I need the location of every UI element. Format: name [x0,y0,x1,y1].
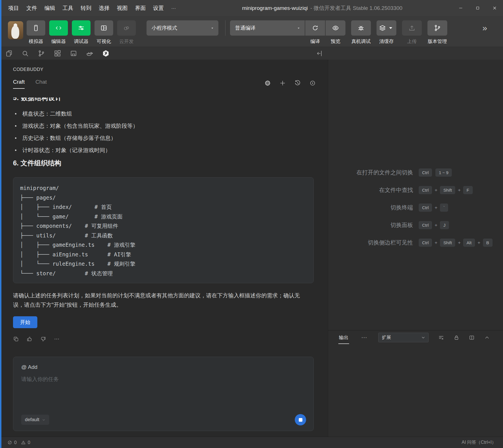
focus-icon[interactable] [309,80,316,86]
toolbar-button-debugger[interactable]: 调试器 [72,20,91,45]
history-icon[interactable] [294,80,301,86]
toolbar-action-version-control[interactable]: 版本管理 [427,20,447,45]
menu-item[interactable]: 设置 [149,3,167,13]
menu-item[interactable]: 视图 [113,3,131,13]
toolbar-button-visualizer[interactable]: 可视化 [94,20,113,45]
menu-item[interactable]: 项目 [5,3,23,13]
menu-item[interactable]: 工具 [59,3,77,13]
key-badge: Shift [440,239,455,247]
menu-item[interactable]: … [167,3,180,13]
shortcut-keys: Ctrl1 ~ 9 [419,168,452,177]
stop-generation-button[interactable] [295,414,306,425]
shortcut-separator: + [432,205,440,211]
list-item-text: 历史记录：数组（存储每步落子信息） [22,135,116,141]
shortcut-keys: Ctrl+Shift+F [419,186,473,194]
bullet-dot [15,137,16,139]
tab-craft[interactable]: Craft [13,79,25,89]
menu-item[interactable]: 转到 [77,3,95,13]
files-icon[interactable] [5,50,13,57]
shortcut-separator: + [432,222,440,228]
docker-icon[interactable] [86,50,93,57]
mode-select[interactable]: 小程序模式 [147,20,218,36]
key-badge: Ctrl [419,221,432,229]
heading-file-structure: 6. 文件组织结构 [13,159,314,168]
key-badge: Ctrl [419,204,432,212]
list-item: 棋盘状态：二维数组 [13,110,314,117]
menu-item[interactable]: 选择 [95,3,113,13]
source-control-icon[interactable] [38,50,45,57]
key-badge: B [483,239,493,247]
bug-icon [357,24,365,32]
lock-icon[interactable] [453,335,459,341]
key-badge: ` [440,204,448,212]
more-dots-icon[interactable] [54,336,60,342]
toolbar-action-compile[interactable]: 编译 [305,20,325,45]
window-controls [452,0,503,16]
visualizer-button-face [94,20,113,36]
extensions-icon[interactable] [54,50,61,57]
clear-cache-button-face [377,20,396,36]
warning-icon [21,440,26,445]
version-control-button-face [427,20,447,36]
model-select[interactable]: default [21,415,49,425]
thumbs-down-icon[interactable] [40,336,46,342]
output-panel: 输出 ⋯ 扩展 [328,330,503,437]
thumbs-up-icon[interactable] [27,336,33,342]
toolbar-overflow-button[interactable]: » [482,24,487,32]
view-buttons-group: 模拟器编辑器调试器可视化云开发 [23,20,136,45]
chevron-up-icon[interactable] [484,335,490,341]
start-button[interactable]: 开始 [13,316,37,328]
compile-mode-select[interactable]: 普通编译 [230,20,305,36]
more-tabs-icon[interactable]: ⋯ [361,334,367,341]
editor-area: 在打开的文件之间切换Ctrl1 ~ 9在文件中查找Ctrl+Shift+F切换终… [328,60,503,437]
problems-summary[interactable]: 0 0 [7,440,33,445]
tab-chat[interactable]: Chat [35,79,47,89]
plus-icon[interactable] [279,80,286,86]
menu-item[interactable]: 界面 [131,3,149,13]
menu-item[interactable]: 文件 [23,3,41,13]
tab-output[interactable]: 输出 [338,331,349,344]
maximize-button[interactable] [469,0,486,16]
toolbar-action-preview[interactable]: 预览 [326,20,345,45]
toolbar-button-simulator[interactable]: 模拟器 [27,20,45,45]
list-item: 游戏状态：对象（包含当前玩家、游戏阶段等） [13,122,314,129]
output-channel-value: 扩展 [382,335,391,341]
remote-icon[interactable] [70,50,77,57]
codebuddy-logo-icon[interactable] [102,50,109,57]
scrolled-heading: 5. 数据结构设计 [13,98,314,105]
device-debug-button-face [351,20,371,36]
toolbar-action-clear-cache[interactable]: 清缓存 [377,20,396,45]
cloud-icon [123,24,130,32]
copy-icon[interactable] [13,336,19,342]
refresh-icon [311,24,319,32]
menu-item[interactable]: 编辑 [41,3,59,13]
error-icon [7,440,12,445]
collapse-panel-icon[interactable] [316,50,324,57]
clear-output-icon[interactable] [438,335,444,341]
minimize-button[interactable] [452,0,469,16]
shortcut-row: 切换侧边栏可见性Ctrl+Shift+Alt+B [328,238,487,248]
ai-qa-statusbar-item[interactable]: AI 问答（Ctrl+I） [462,440,496,445]
close-button[interactable] [486,0,503,16]
toolbar-button-label: 调试器 [74,38,89,45]
split-editor-icon[interactable] [469,335,475,341]
shortcut-label: 在打开的文件之间切换 [328,169,413,176]
shortcut-separator: + [432,187,440,193]
caret-down-icon [296,26,301,30]
search-icon[interactable] [22,50,29,57]
shortcut-row: 切换面板Ctrl+J [328,220,487,230]
task-input-box[interactable]: @ Add 请输入你的任务 default [13,357,314,431]
list-item-text: 游戏状态：对象（包含当前玩家、游戏阶段等） [22,122,138,129]
key-badge: Ctrl [419,239,432,247]
output-panel-icons [438,335,490,341]
toolbar-button-cloud-dev[interactable]: 云开发 [117,20,136,45]
add-context-button[interactable]: @ Add [21,364,306,370]
gear-icon[interactable] [264,80,271,86]
output-channel-select[interactable]: 扩展 [378,333,429,342]
toolbar-button-editor[interactable]: 编辑器 [49,20,68,45]
layout-icon [100,24,108,32]
toolbar-action-device-debug[interactable]: 真机调试 [351,20,371,45]
bullet-list: 棋盘状态：二维数组游戏状态：对象（包含当前玩家、游戏阶段等）历史记录：数组（存储… [13,110,314,153]
list-item-text: 计时器状态：对象（记录游戏时间） [22,147,111,153]
user-avatar[interactable] [8,21,23,39]
